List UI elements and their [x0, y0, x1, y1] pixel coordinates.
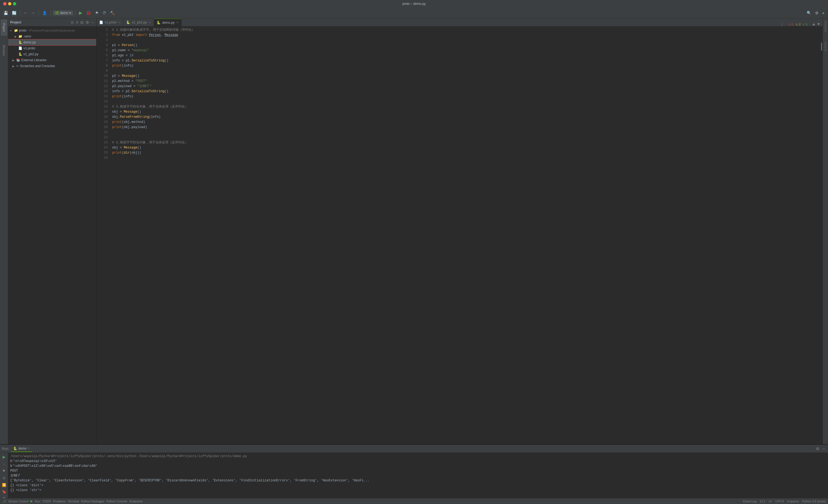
sciview-panel-label[interactable]: SciView	[824, 40, 827, 53]
scratches-arrow-icon: ▶	[12, 65, 16, 68]
settings-toolbar-button[interactable]: ⚙	[814, 10, 820, 16]
scrollbar-thumb[interactable]	[821, 43, 822, 51]
python-console-label[interactable]: Python Console	[107, 500, 127, 503]
toolbar-separator3	[50, 10, 51, 16]
console-rerun-btn[interactable]: ↺	[2, 476, 6, 481]
save-button[interactable]: 💾	[2, 10, 9, 16]
code-line-21	[112, 130, 815, 135]
panel-settings-btn[interactable]: ⚙	[85, 20, 90, 25]
minimize-button[interactable]	[8, 2, 11, 5]
python-packages-label[interactable]: Python Packages	[81, 500, 104, 503]
editor-content[interactable]: 12345 678910 1112131415 1617181920 21222…	[96, 27, 823, 444]
encoding[interactable]: UTF-8	[776, 500, 784, 503]
code-editor[interactable]: # 1.创建对象转换成字节, 用于后续网络传输（序列化） from v1_pb2…	[110, 27, 817, 444]
code-line-12: p2.payload = "太NB了"	[112, 84, 815, 89]
cursor-position[interactable]: 11:1	[759, 500, 765, 503]
tab-v1proto-close[interactable]: ✕	[118, 21, 121, 24]
endpoints-label[interactable]: Endpoints	[129, 500, 142, 503]
profile-button[interactable]: ⏱	[101, 10, 108, 16]
panel-title: Project	[10, 20, 69, 24]
git-button[interactable]: 👤	[41, 10, 48, 16]
tab-v1proto-icon: 📄	[99, 20, 103, 24]
todo-label[interactable]: TODO	[42, 500, 51, 503]
tab-v1proto-label: v1.proto	[105, 20, 116, 24]
console-output[interactable]: /Users/wupeiqi/PycharmProjects/luffySpid…	[8, 453, 828, 498]
maximize-button[interactable]	[13, 2, 16, 5]
run-tab-demo[interactable]: 🐍 demo ✕	[11, 446, 32, 452]
console-area: ▶ ↓ ■ ↺ ⏬ 🔖 🗑 /Users/wupeiqi/PycharmProj…	[0, 453, 828, 498]
extlibs-arrow-icon: ▶	[12, 59, 16, 62]
console-stop-btn[interactable]: ■	[2, 468, 6, 473]
version-control-status[interactable]: ⎇	[2, 499, 6, 503]
right-panel-strip: Database SciView	[823, 18, 828, 444]
minimap-area	[817, 27, 823, 444]
code-line-13: info = p2.SerializeToString()	[112, 89, 815, 94]
tab-v1-pb2[interactable]: 🐍 v1_pb2.py ✕	[123, 18, 154, 26]
debug-button[interactable]: 🐞	[85, 9, 93, 16]
code-line-14: print(info)	[112, 94, 815, 99]
event-log-label[interactable]: Event Log	[743, 500, 756, 503]
run-status-icon: ▶	[31, 499, 33, 503]
panel-close-btn[interactable]: −	[91, 20, 94, 25]
tab-demo-py[interactable]: 🐍 demo.py ✕	[154, 18, 182, 26]
tree-item-venv[interactable]: ▶ 📁 .venv	[8, 33, 96, 39]
sidebar-tab-project[interactable]: Project	[1, 19, 7, 36]
project-panel: Project ⊙ ≡ ⊟ ⚙ − ▾ 📁 proto ~/PycharmPro…	[8, 18, 96, 444]
console-run-btn[interactable]: ▶	[2, 454, 6, 460]
database-panel-label[interactable]: Database	[824, 18, 827, 34]
root-label: proto	[19, 29, 27, 32]
console-scroll-btn[interactable]: ⏬	[1, 482, 7, 488]
back-button[interactable]: ←	[23, 10, 29, 16]
tree-item-scratches[interactable]: ▶ ✏ Scratches and Consoles	[8, 63, 96, 69]
tree-item-demo-py[interactable]: 🐍 demo.py	[8, 39, 96, 45]
panel-compact-btn[interactable]: ≡	[76, 20, 79, 25]
branch-selector[interactable]: 🌿 demo ▾	[53, 10, 73, 15]
root-folder-icon: 📁	[14, 29, 18, 32]
tree-item-v1-pb2[interactable]: 🐍 v1_pb2.py	[8, 51, 96, 57]
scratches-icon: ✏	[16, 64, 19, 68]
problems-label[interactable]: Problems	[53, 500, 66, 503]
console-line-6: ['ByteSize', 'Clear', 'ClearExtension', …	[10, 478, 826, 483]
status-bar: ⎇ Version Control ▶ Run TODO Problems Te…	[0, 498, 828, 504]
tab-more-button[interactable]: ⋮	[778, 22, 786, 26]
code-line-4: p1 = Person()	[112, 43, 815, 48]
sync-button[interactable]: 🔄	[10, 10, 18, 16]
code-line-20: print(obj.payload)	[112, 125, 815, 130]
sidebar-tab-structure[interactable]: Structure	[1, 42, 7, 59]
tree-item-ext-libs[interactable]: ▶ 📚 External Libraries	[8, 57, 96, 63]
notifications-button[interactable]: ●	[821, 10, 826, 16]
console-down-btn[interactable]: ↓	[2, 461, 5, 466]
tab-demopy-close[interactable]: ✕	[176, 21, 179, 24]
editor-nav-up[interactable]: ▲	[812, 22, 816, 26]
terminal-label[interactable]: Terminal	[68, 500, 79, 503]
run-status-label[interactable]: Run	[35, 500, 40, 503]
editor-nav-down[interactable]: ▼	[817, 22, 821, 26]
run-button[interactable]: ▶	[78, 9, 84, 16]
panel-scope-btn[interactable]: ⊙	[70, 20, 74, 25]
tree-item-root[interactable]: ▾ 📁 proto ~/PycharmProjects/luffySpider/…	[8, 28, 96, 33]
interpreter-label[interactable]: Python 3.8 (proto)	[802, 500, 826, 503]
tab-v1-proto[interactable]: 📄 v1.proto ✕	[96, 18, 123, 26]
line-ending[interactable]: LF	[769, 500, 772, 503]
close-button[interactable]	[3, 2, 6, 5]
run-settings-btn[interactable]: ⚙	[815, 446, 821, 452]
console-bookmark-btn[interactable]: 🔖	[1, 489, 7, 494]
code-line-26	[112, 156, 815, 161]
run-minimize-btn[interactable]: −	[822, 446, 826, 452]
indent-label[interactable]: 4 spaces	[787, 500, 799, 503]
coverage-button[interactable]: ⚑	[94, 10, 100, 16]
run-tab-close-icon[interactable]: ✕	[28, 447, 30, 450]
tab-v1pb2-close[interactable]: ✕	[149, 21, 151, 24]
search-toolbar-button[interactable]: 🔍	[805, 10, 813, 16]
editor-area: 📄 v1.proto ✕ 🐍 v1_pb2.py ✕ 🐍 demo.py ✕ ⋮	[96, 18, 823, 444]
sidebar-tab-strip: Project Structure	[0, 18, 8, 444]
error-indicator-bar: ⚠ 2 ⚠ 2 ✓ 1	[786, 23, 810, 26]
panel-collapse-btn[interactable]: ⊟	[80, 20, 84, 25]
console-clear-btn[interactable]: 🗑	[2, 496, 6, 498]
status-left: ⎇ Version Control ▶ Run TODO Problems Te…	[2, 499, 142, 503]
build-button[interactable]: 🔨	[109, 10, 116, 16]
version-control-label[interactable]: Version Control	[8, 500, 28, 503]
scratches-label: Scratches and Consoles	[20, 64, 55, 68]
tree-item-v1-proto[interactable]: 📄 v1.proto	[8, 45, 96, 51]
forward-button[interactable]: →	[30, 10, 36, 16]
